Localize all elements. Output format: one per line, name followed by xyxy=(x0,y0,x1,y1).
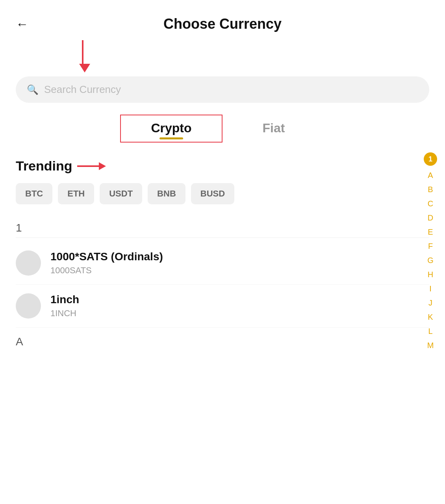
arrow-head xyxy=(79,64,90,72)
index-letter-f[interactable]: F xyxy=(428,240,433,252)
arrow-annotation xyxy=(16,40,429,72)
section-label-1: 1 xyxy=(16,219,429,238)
chip-bnb[interactable]: BNB xyxy=(148,183,185,204)
index-letter-i[interactable]: I xyxy=(429,282,432,295)
search-bar: 🔍 xyxy=(16,76,429,103)
trending-arrow xyxy=(77,162,106,170)
currency-icon-1000sats xyxy=(16,250,41,276)
index-letter-l[interactable]: L xyxy=(428,325,432,337)
index-letter-h[interactable]: H xyxy=(428,268,433,281)
arrow-right-head xyxy=(99,162,106,170)
currency-info-1inch: 1inch 1INCH xyxy=(50,293,79,319)
tab-fiat[interactable]: Fiat xyxy=(222,115,325,143)
index-badge-1[interactable]: 1 xyxy=(424,152,437,166)
index-letter-b[interactable]: B xyxy=(428,183,433,196)
currency-symbol-1inch: 1INCH xyxy=(50,308,79,319)
tab-crypto[interactable]: Crypto xyxy=(120,115,222,143)
currency-name-1inch: 1inch xyxy=(50,293,79,306)
back-button[interactable]: ← xyxy=(16,18,28,30)
currency-icon-1inch xyxy=(16,293,41,319)
chip-eth[interactable]: ETH xyxy=(58,183,94,204)
list-item[interactable]: 1000*SATS (Ordinals) 1000SATS xyxy=(16,242,429,285)
trending-title: Trending xyxy=(16,158,72,174)
tabs-container: Crypto Fiat xyxy=(16,115,429,143)
search-container: 🔍 xyxy=(16,76,429,103)
arrow-right-line xyxy=(77,165,99,167)
trending-chips: BTC ETH USDT BNB BUSD xyxy=(16,183,429,204)
currency-symbol-1000sats: 1000SATS xyxy=(50,265,163,276)
index-letter-m[interactable]: M xyxy=(427,339,434,352)
list-item[interactable]: 1inch 1INCH xyxy=(16,285,429,328)
search-input[interactable] xyxy=(44,83,418,96)
header: ← Choose Currency xyxy=(16,0,429,40)
chip-btc[interactable]: BTC xyxy=(16,183,52,204)
currency-info-1000sats: 1000*SATS (Ordinals) 1000SATS xyxy=(50,250,163,276)
index-letter-d[interactable]: D xyxy=(428,211,433,224)
search-icon: 🔍 xyxy=(27,84,39,95)
arrow-line xyxy=(82,40,83,64)
right-index: 1 A B C D E F G H I J K L M xyxy=(424,152,437,352)
chip-busd[interactable]: BUSD xyxy=(191,183,234,204)
chip-usdt[interactable]: USDT xyxy=(100,183,142,204)
index-letter-k[interactable]: K xyxy=(428,311,433,323)
page-title: Choose Currency xyxy=(16,16,429,32)
index-letter-j[interactable]: J xyxy=(428,296,432,309)
currency-name-1000sats: 1000*SATS (Ordinals) xyxy=(50,250,163,263)
index-letter-e[interactable]: E xyxy=(428,226,433,238)
index-letter-g[interactable]: G xyxy=(427,254,434,267)
index-letter-a[interactable]: A xyxy=(428,169,433,182)
index-letter-c[interactable]: C xyxy=(428,197,433,210)
section-label-a: A xyxy=(16,328,429,352)
trending-header: Trending xyxy=(16,158,429,174)
